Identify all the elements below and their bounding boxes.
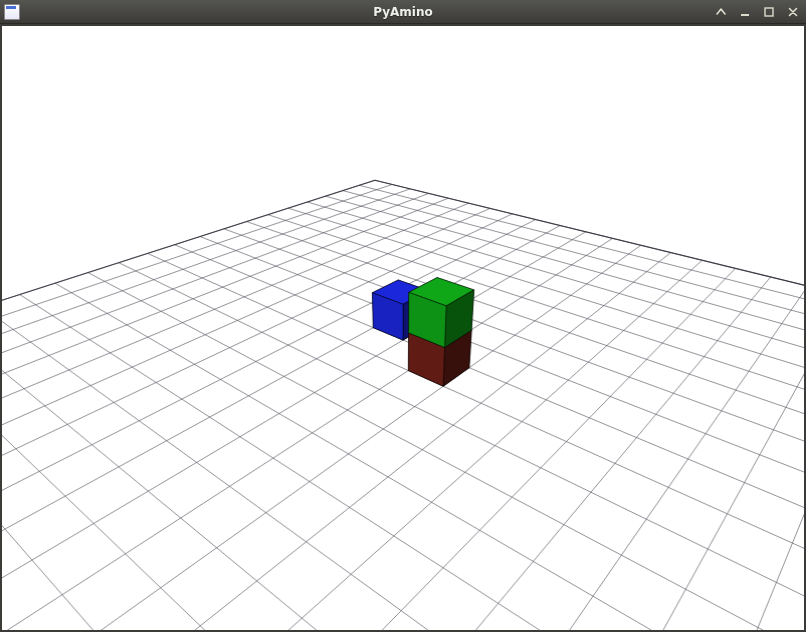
close-button[interactable] [784, 4, 802, 20]
window-controls [712, 4, 802, 20]
minimize-button[interactable] [736, 4, 754, 20]
maximize-button[interactable] [760, 4, 778, 20]
svg-rect-1 [765, 8, 773, 16]
window-client-border [0, 24, 806, 632]
keep-on-top-button[interactable] [712, 4, 730, 20]
close-icon [788, 7, 798, 17]
caret-up-icon [716, 7, 726, 17]
viewport-3d[interactable] [2, 26, 804, 630]
render-canvas [2, 26, 804, 630]
minimize-icon [740, 7, 750, 17]
window-app-icon [4, 4, 20, 20]
svg-rect-0 [741, 14, 749, 16]
maximize-icon [764, 7, 774, 17]
window-title: PyAmino [373, 5, 433, 19]
window-titlebar: PyAmino [0, 0, 806, 24]
